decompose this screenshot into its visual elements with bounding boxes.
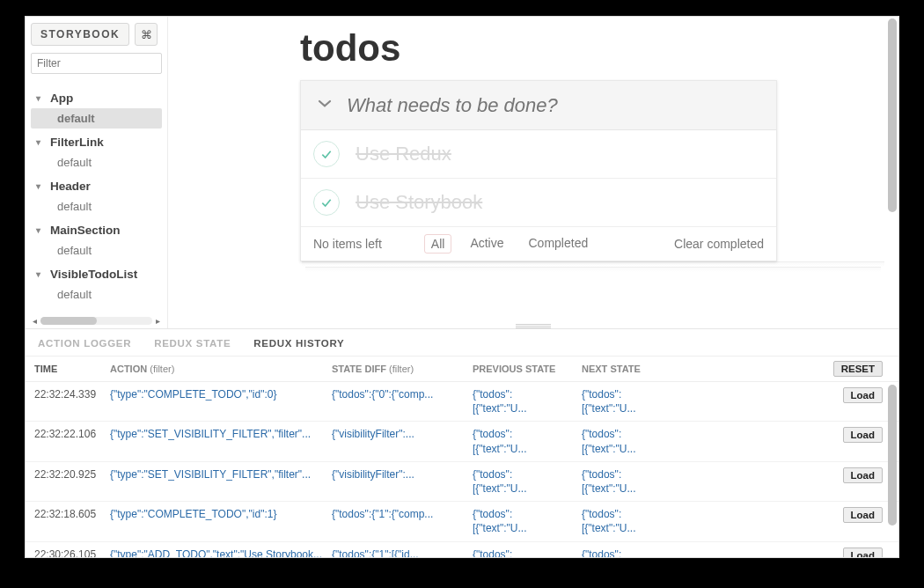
app-frame: STORYBOOK ⌘ ▾Appdefault▾FilterLinkdefaul…: [25, 16, 899, 558]
history-row: 22:32:24.339{"type":"COMPLETE_TODO","id"…: [26, 382, 898, 422]
load-button[interactable]: Load: [843, 467, 883, 483]
tree-story[interactable]: default: [31, 284, 162, 305]
sidebar-horizontal-scrollbar[interactable]: ◂ ▸: [31, 314, 162, 328]
scroll-right-icon[interactable]: ▸: [156, 316, 160, 326]
preview-vertical-scrollbar[interactable]: [888, 18, 897, 212]
load-button[interactable]: Load: [843, 387, 883, 403]
history-row: 22:30:26.105{"type":"ADD_TODO","text":"U…: [26, 542, 898, 558]
cell-prev-state[interactable]: {"todos": [{"text":"U...: [473, 507, 582, 535]
tree-group[interactable]: ▾MainSection: [31, 220, 162, 240]
cell-next-state[interactable]: {"todos": [{"text":"U...: [582, 467, 691, 496]
cell-next-state[interactable]: {"todos": [{"text":"U...: [582, 387, 691, 415]
todo-text[interactable]: Use Storybook: [356, 191, 482, 214]
col-header-diff: STATE DIFF (filter): [332, 364, 473, 374]
todo-checkbox[interactable]: [313, 189, 340, 216]
panel-resize-handle[interactable]: [516, 323, 551, 328]
chevron-down-icon: ▾: [36, 137, 48, 147]
history-body: 22:32:24.339{"type":"COMPLETE_TODO","id"…: [26, 382, 898, 557]
shortcuts-button[interactable]: ⌘: [135, 23, 158, 46]
chevron-down-icon: ▾: [36, 93, 48, 103]
cell-next-state[interactable]: {"todos": [{"text":"U...: [582, 507, 691, 535]
load-button[interactable]: Load: [843, 548, 883, 558]
tree-item-label: App: [50, 92, 73, 105]
cell-state-diff[interactable]: {"visibilityFilter":...: [332, 467, 473, 481]
cell-action[interactable]: {"type":"COMPLETE_TODO","id":1}: [110, 507, 332, 521]
cell-time: 22:32:20.925: [34, 467, 110, 481]
new-todo-input[interactable]: [347, 94, 767, 117]
scrollbar-thumb[interactable]: [40, 317, 97, 325]
filter-completed[interactable]: Completed: [523, 234, 595, 254]
clear-completed-button[interactable]: Clear completed: [674, 237, 764, 251]
chevron-down-icon: ▾: [36, 181, 48, 191]
filter-input[interactable]: [31, 53, 162, 74]
cell-action[interactable]: {"type":"SET_VISIBILITY_FILTER","filter"…: [110, 467, 332, 481]
panel-tab[interactable]: ACTION LOGGER: [38, 338, 131, 349]
reset-button[interactable]: RESET: [833, 361, 883, 377]
tree-group[interactable]: ▾Header: [31, 176, 162, 196]
story-tree: ▾Appdefault▾FilterLinkdefault▾Headerdefa…: [31, 85, 162, 305]
cell-time: 22:32:22.106: [34, 427, 110, 440]
card-stack-shadow: [305, 267, 881, 272]
cell-action[interactable]: {"type":"SET_VISIBILITY_FILTER","filter"…: [110, 427, 332, 441]
cell-prev-state[interactable]: {"todos": [{"text":"U...: [473, 387, 582, 415]
preview-pane: todos Use ReduxUse Storybook No items le…: [168, 17, 898, 328]
cell-prev-state[interactable]: {"todos": [{"text":"U...: [473, 427, 582, 455]
history-header-row: TIME ACTION (filter) STATE DIFF (filter)…: [26, 356, 898, 382]
sidebar: STORYBOOK ⌘ ▾Appdefault▾FilterLinkdefaul…: [26, 17, 168, 328]
history-vertical-scrollbar[interactable]: [888, 385, 897, 526]
tree-item-label: Header: [50, 180, 91, 193]
cell-prev-state[interactable]: {"todos": [{"text":"U...: [473, 467, 582, 496]
cell-state-diff[interactable]: {"visibilityFilter":...: [332, 427, 473, 441]
col-header-time: TIME: [34, 364, 110, 374]
tree-story[interactable]: default: [31, 152, 162, 173]
tree-item-label: default: [57, 200, 92, 213]
toggle-all-button[interactable]: [313, 94, 336, 117]
todo-footer: No items left AllActiveCompleted Clear c…: [301, 227, 776, 261]
cell-next-state[interactable]: {"todos": [{"text":"U...: [582, 427, 691, 455]
tree-item-label: VisibleTodoList: [50, 268, 137, 281]
load-button[interactable]: Load: [843, 507, 883, 523]
todo-text[interactable]: Use Redux: [356, 143, 451, 165]
tree-item-label: default: [57, 244, 92, 257]
cell-prev-state[interactable]: {"todos": [{"text":"U...: [473, 548, 582, 558]
panel-tabs: ACTION LOGGERREDUX STATEREDUX HISTORY: [26, 329, 898, 356]
cell-action[interactable]: {"type":"ADD_TODO","text":"Use Storybook…: [110, 548, 332, 558]
tree-item-label: default: [57, 288, 92, 301]
scroll-left-icon[interactable]: ◂: [33, 316, 37, 326]
col-header-reset: RESET: [691, 361, 890, 377]
scrollbar-track[interactable]: [40, 317, 152, 325]
cell-state-diff[interactable]: {"todos":{"0":{"comp...: [332, 387, 473, 401]
load-button[interactable]: Load: [843, 427, 883, 443]
tree-group[interactable]: ▾App: [31, 88, 162, 108]
filter-group: AllActiveCompleted: [424, 234, 594, 254]
storybook-logo-button[interactable]: STORYBOOK: [31, 23, 129, 46]
filter-all[interactable]: All: [424, 234, 452, 254]
cell-state-diff[interactable]: {"todos":{"1":[{"id...: [332, 548, 473, 558]
col-header-next: NEXT STATE: [582, 364, 691, 374]
cell-action[interactable]: {"type":"COMPLETE_TODO","id":0}: [110, 387, 332, 401]
todo-checkbox[interactable]: [313, 141, 340, 167]
history-row: 22:32:18.605{"type":"COMPLETE_TODO","id"…: [26, 502, 898, 541]
chevron-down-icon: ▾: [36, 269, 48, 279]
todo-header: [301, 81, 776, 130]
filter-active[interactable]: Active: [464, 234, 510, 254]
check-icon: [319, 195, 334, 209]
cell-state-diff[interactable]: {"todos":{"1":{"comp...: [332, 507, 473, 521]
cell-time: 22:30:26.105: [34, 548, 110, 558]
history-row: 22:32:22.106{"type":"SET_VISIBILITY_FILT…: [26, 422, 898, 461]
tree-group[interactable]: ▾FilterLink: [31, 132, 162, 152]
tree-story[interactable]: default: [31, 196, 162, 217]
redux-history-panel: TIME ACTION (filter) STATE DIFF (filter)…: [26, 356, 898, 557]
history-row: 22:32:20.925{"type":"SET_VISIBILITY_FILT…: [26, 462, 898, 502]
items-left-label: No items left: [313, 237, 382, 251]
cell-next-state[interactable]: {"todos": [{"text":"U...: [582, 548, 691, 558]
tree-story[interactable]: default: [31, 108, 162, 129]
panel-tab[interactable]: REDUX HISTORY: [253, 338, 344, 349]
todos-title: todos: [300, 27, 886, 70]
check-icon: [319, 147, 334, 161]
panel-tab[interactable]: REDUX STATE: [154, 338, 231, 349]
top-region: STORYBOOK ⌘ ▾Appdefault▾FilterLinkdefaul…: [26, 17, 898, 328]
tree-item-label: default: [57, 156, 92, 169]
tree-story[interactable]: default: [31, 240, 162, 261]
tree-group[interactable]: ▾VisibleTodoList: [31, 264, 162, 284]
